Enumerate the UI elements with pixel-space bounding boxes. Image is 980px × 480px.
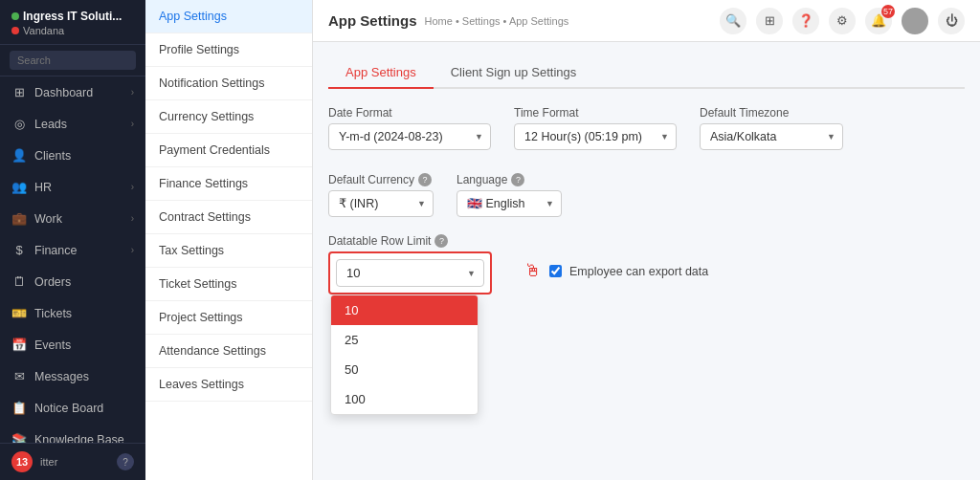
sidebar-footer[interactable]: 13 itter ?	[0, 443, 145, 480]
language-info-icon: ?	[511, 173, 524, 186]
settings-topbar-icon[interactable]: ⚙	[829, 8, 856, 34]
chevron-icon: ›	[131, 87, 134, 98]
main-area: App Settings Home • Settings • App Setti…	[313, 0, 980, 480]
row-limit-box: 10 10 25 50 100	[328, 251, 492, 295]
status-dot	[11, 27, 19, 34]
breadcrumb: Home • Settings • App Settings	[425, 15, 569, 27]
dropdown-option-50[interactable]: 50	[331, 355, 478, 384]
sidebar-item-knowledge-base[interactable]: 📚 Knowledge Base	[0, 424, 145, 443]
help-icon[interactable]: ?	[117, 453, 134, 470]
chevron-icon: ›	[131, 182, 134, 192]
date-format-select[interactable]: Y-m-d (2024-08-23)	[328, 123, 491, 150]
footer-label: itter	[40, 456, 57, 468]
date-format-group: Date Format Y-m-d (2024-08-23)	[328, 106, 491, 150]
sidebar-item-label: Dashboard	[34, 86, 93, 99]
clients-icon: 👤	[11, 148, 27, 163]
timezone-group: Default Timezone Asia/Kolkata	[700, 106, 843, 150]
submenu-item-payment-credentials[interactable]: Payment Credentials	[145, 134, 312, 167]
sidebar-item-dashboard[interactable]: ⊞ Dashboard ›	[0, 76, 145, 108]
language-group: Language ? 🇬🇧 English	[457, 173, 562, 217]
row-limit-dropdown-menu: 10 25 50 100	[330, 295, 479, 415]
sidebar-item-clients[interactable]: 👤 Clients	[0, 140, 145, 171]
dropdown-option-25[interactable]: 25	[331, 325, 478, 355]
submenu-item-leaves-settings[interactable]: Leaves Settings	[145, 368, 312, 402]
help-topbar-icon[interactable]: ❓	[792, 8, 819, 34]
submenu-item-tax-settings[interactable]: Tax Settings	[145, 234, 312, 268]
tab-app-settings[interactable]: App Settings	[328, 57, 434, 89]
notif-badge: 57	[881, 5, 895, 18]
grid-icon[interactable]: ⊞	[756, 8, 783, 34]
sidebar-item-label: Work	[34, 212, 62, 226]
language-select-wrapper: 🇬🇧 English	[457, 190, 562, 217]
submenu-item-currency-settings[interactable]: Currency Settings	[145, 100, 312, 134]
time-format-label: Time Format	[514, 106, 677, 120]
date-format-select-wrapper: Y-m-d (2024-08-23)	[328, 123, 491, 150]
row-limit-dropdown-trigger[interactable]: 10	[336, 259, 484, 287]
app-name: Ingress IT Soluti...	[11, 10, 134, 23]
search-input[interactable]	[10, 51, 136, 70]
dropdown-option-10[interactable]: 10	[331, 295, 478, 325]
sidebar-item-events[interactable]: 📅 Events	[0, 329, 145, 360]
export-checkbox[interactable]	[549, 265, 562, 277]
chevron-icon: ›	[131, 119, 134, 129]
sidebar-item-label: Events	[34, 338, 71, 352]
row-limit-label: Datatable Row Limit ?	[328, 234, 492, 248]
bell-icon[interactable]: 🔔 57	[865, 8, 892, 34]
leads-icon: ◎	[11, 117, 27, 131]
tab-client-signup[interactable]: Client Sign up Settings	[434, 57, 594, 89]
events-icon: 📅	[11, 338, 27, 352]
search-topbar-icon[interactable]: 🔍	[720, 8, 746, 34]
timezone-select-wrapper: Asia/Kolkata	[700, 123, 843, 150]
sidebar-user: Vandana	[11, 25, 134, 36]
messages-icon: ✉	[11, 369, 27, 383]
orders-icon: 🗒	[11, 274, 27, 289]
timezone-label: Default Timezone	[700, 106, 843, 120]
export-checkbox-row: 🖱 Employee can export data	[524, 261, 708, 281]
sidebar: Ingress IT Soluti... Vandana ⊞ Dashboard…	[0, 0, 145, 480]
submenu-item-notification-settings[interactable]: Notification Settings	[145, 67, 312, 100]
submenu-item-contract-settings[interactable]: Contract Settings	[145, 201, 312, 234]
sidebar-item-orders[interactable]: 🗒 Orders	[0, 266, 145, 297]
sidebar-item-label: Clients	[34, 149, 71, 163]
submenu-item-attendance-settings[interactable]: Attendance Settings	[145, 335, 312, 368]
form-row-2: Datatable Row Limit ? 10 10 25 50 100	[328, 234, 965, 302]
submenu-item-ticket-settings[interactable]: Ticket Settings	[145, 268, 312, 301]
time-format-group: Time Format 12 Hour(s) (05:19 pm)	[514, 106, 677, 150]
sidebar-item-label: Knowledge Base	[34, 433, 124, 443]
submenu-item-app-settings[interactable]: App Settings	[145, 0, 312, 33]
power-icon[interactable]: ⏻	[938, 8, 965, 34]
row-limit-section: Datatable Row Limit ? 10 10 25 50 100	[328, 234, 492, 295]
submenu-item-finance-settings[interactable]: Finance Settings	[145, 167, 312, 201]
language-select[interactable]: 🇬🇧 English	[457, 190, 562, 217]
page-title: App Settings	[328, 12, 417, 29]
sidebar-item-label: Messages	[34, 370, 89, 383]
sidebar-item-label: Tickets	[34, 307, 72, 320]
dropdown-option-100[interactable]: 100	[331, 384, 478, 414]
sidebar-item-work[interactable]: 💼 Work ›	[0, 203, 145, 234]
currency-select-wrapper: ₹ (INR)	[328, 190, 434, 217]
chevron-icon: ›	[131, 213, 134, 224]
submenu-item-profile-settings[interactable]: Profile Settings	[145, 33, 312, 67]
avatar[interactable]	[902, 8, 928, 34]
date-format-label: Date Format	[328, 106, 491, 120]
language-label: Language ?	[457, 173, 562, 186]
sidebar-item-label: Orders	[34, 275, 71, 289]
sidebar-item-tickets[interactable]: 🎫 Tickets	[0, 297, 145, 329]
timezone-select[interactable]: Asia/Kolkata	[700, 123, 843, 150]
dashboard-icon: ⊞	[11, 85, 27, 99]
footer-badge: 13	[11, 451, 33, 472]
chevron-icon: ›	[131, 245, 134, 255]
sidebar-item-label: Finance	[34, 244, 77, 257]
sidebar-item-label: HR	[34, 181, 52, 194]
submenu-item-project-settings[interactable]: Project Settings	[145, 301, 312, 335]
sidebar-nav: ⊞ Dashboard › ◎ Leads › 👤 Clients 👥 HR ›	[0, 76, 145, 443]
time-format-select[interactable]: 12 Hour(s) (05:19 pm)	[514, 123, 677, 150]
sidebar-item-notice-board[interactable]: 📋 Notice Board	[0, 392, 145, 424]
currency-group: Default Currency ? ₹ (INR)	[328, 173, 434, 217]
sidebar-item-finance[interactable]: $ Finance ›	[0, 234, 145, 266]
sidebar-item-leads[interactable]: ◎ Leads ›	[0, 108, 145, 140]
sidebar-item-messages[interactable]: ✉ Messages	[0, 360, 145, 392]
sidebar-item-hr[interactable]: 👥 HR ›	[0, 171, 145, 203]
sidebar-item-label: Leads	[34, 118, 67, 131]
currency-select[interactable]: ₹ (INR)	[328, 190, 434, 217]
